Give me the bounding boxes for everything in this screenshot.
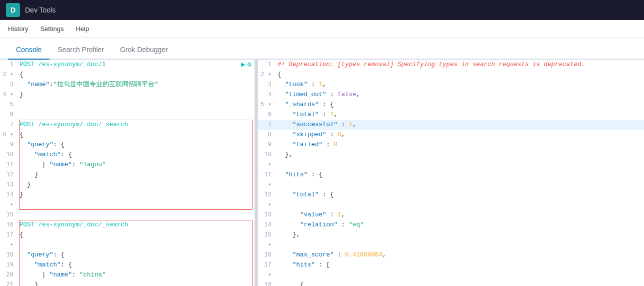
code-line-10: 10 "match": { [0,150,254,160]
r-line-content-8: "skipped" : 0, [276,130,644,140]
r-line-num-6: 6 [258,110,276,120]
r-line-num-11: 11 ▾ [258,170,276,190]
line-num-16: 16 [0,220,18,230]
line-content-21: } [18,280,254,286]
line-content-8: { [18,130,254,140]
line-num-9: 9 [0,140,18,150]
r-line-content-17: "hits" : [ [276,260,644,270]
code-line-15: 15 [0,210,254,220]
r-code-line-1: 1 #! Deprecation: [types removal] Specif… [258,60,644,70]
line-content-7: POST /es-synonym/_doc/_search [18,120,254,130]
code-line-12: 12 } [0,170,254,180]
nav-settings[interactable]: Settings [40,21,64,37]
line-content-9: "query": { [18,140,254,150]
code-line-7: 7 POST /es-synonym/_doc/_search [0,120,254,130]
r-line-content-13: "value" : 1, [276,210,644,220]
tab-console[interactable]: Console [8,41,50,60]
code-line-19: 19 "match": { [0,260,254,270]
line-num-19: 19 [0,260,18,270]
line-num-12: 12 [0,170,18,180]
r-line-num-14: 14 [258,220,276,230]
r-code-line-15: 15 ▾ }, [258,230,644,250]
code-line-9: 9 "query": { [0,140,254,150]
r-line-num-15: 15 ▾ [258,230,276,250]
r-code-line-16: 16 "max_score" : 0.41688064, [258,250,644,260]
r-line-content-12: "total" : { [276,190,644,200]
line-content-20: | "name": "china" [18,270,254,280]
right-panel: 1 #! Deprecation: [types removal] Specif… [258,60,644,286]
code-line-5: 5 [0,100,254,110]
line-content-4: } [18,90,254,100]
r-line-num-4: 4 [258,90,276,100]
tab-search-profiler[interactable]: Search Profiler [50,41,112,60]
r-code-line-12: 12 ▾ "total" : { [258,190,644,210]
nav-help[interactable]: Help [76,21,89,37]
line-num-4: 4 ▾ [0,90,18,100]
line-num-18: 18 [0,250,18,260]
r-code-line-5: 5 ▾ "_shards" : { [258,100,644,110]
line-num-1: 1 [0,60,18,70]
tab-grok-debugger[interactable]: Grok Debugger [112,41,176,60]
nav-bar: History Settings Help [0,20,644,38]
r-line-num-1: 1 [258,60,276,70]
code-line-11: 11 | "name": "lagou" [0,160,254,170]
line-content-12: } [18,170,254,180]
line-num-10: 10 [0,150,18,160]
line-content-16: POST /es-synonym/_doc/_search [18,220,254,230]
r-line-content-16: "max_score" : 0.41688064, [276,250,644,260]
code-line-14: 14 ▾ } [0,190,254,210]
line-content-2: { [18,70,254,80]
r-line-content-18: { [276,280,644,286]
r-code-line-11: 11 ▾ "hits" : { [258,170,644,190]
r-line-num-10: 10 ▾ [258,150,276,170]
r-code-line-3: 3 "took" : 1, [258,80,644,90]
line-content-10: "match": { [18,150,254,160]
line-content-1: POST /es-synonym/_doc/1 [18,60,241,70]
line-num-21: 21 [0,280,18,286]
line-content-18: "query": { [18,250,254,260]
r-line-num-17: 17 ▾ [258,260,276,280]
r-code-line-8: 8 "skipped" : 0, [258,130,644,140]
r-line-content-3: "took" : 1, [276,80,644,90]
run-button[interactable]: ▶ [241,60,245,70]
line-num-5: 5 [0,100,18,110]
r-line-content-5: "_shards" : { [276,100,644,110]
r-line-content-14: "relation" : "eq" [276,220,644,230]
r-code-line-7: 7 "successful" : 1, [258,120,644,130]
line-1-actions: ▶ ⚙ [241,60,254,70]
r-code-line-2: 2 ▾ { [258,70,644,80]
nav-history[interactable]: History [8,21,28,37]
r-line-num-9: 9 [258,140,276,150]
r-line-content-11: "hits" : { [276,170,644,180]
code-line-3: 3 "name":"拉勾是中国专业的互联网招聘平台" [0,80,254,90]
line-content-11: | "name": "lagou" [18,160,254,170]
r-line-num-3: 3 [258,80,276,90]
r-code-line-9: 9 "failed" : 0 [258,140,644,150]
r-line-num-2: 2 ▾ [258,70,276,80]
line-num-2: 2 ▾ [0,70,18,80]
tabs-bar: Console Search Profiler Grok Debugger [0,38,644,60]
code-line-1: 1 POST /es-synonym/_doc/1 ▶ ⚙ [0,60,254,70]
code-line-21: 21 } [0,280,254,286]
code-line-2: 2 ▾ { [0,70,254,80]
code-line-18: 18 "query": { [0,250,254,260]
tools-button[interactable]: ⚙ [248,60,252,70]
r-line-num-13: 13 [258,210,276,220]
code-line-6: 6 [0,110,254,120]
r-code-line-6: 6 "total" : 1, [258,110,644,120]
r-line-num-18: 18 ▾ [258,280,276,286]
r-line-num-8: 8 [258,130,276,140]
line-num-14: 14 ▾ [0,190,18,210]
line-content-14: } [18,190,254,200]
line-num-11: 11 [0,160,18,170]
line-content-17: { [18,230,254,240]
r-line-content-6: "total" : 1, [276,110,644,120]
left-panel: 1 POST /es-synonym/_doc/1 ▶ ⚙ 2 ▾ { 3 "n… [0,60,255,286]
r-code-line-10: 10 ▾ }, [258,150,644,170]
line-content-13: } [18,180,254,190]
r-line-content-10: }, [276,150,644,160]
app-icon: D [6,3,20,17]
r-code-line-18: 18 ▾ { [258,280,644,286]
line-num-3: 3 [0,80,18,90]
line-num-17: 17 ▾ [0,230,18,250]
